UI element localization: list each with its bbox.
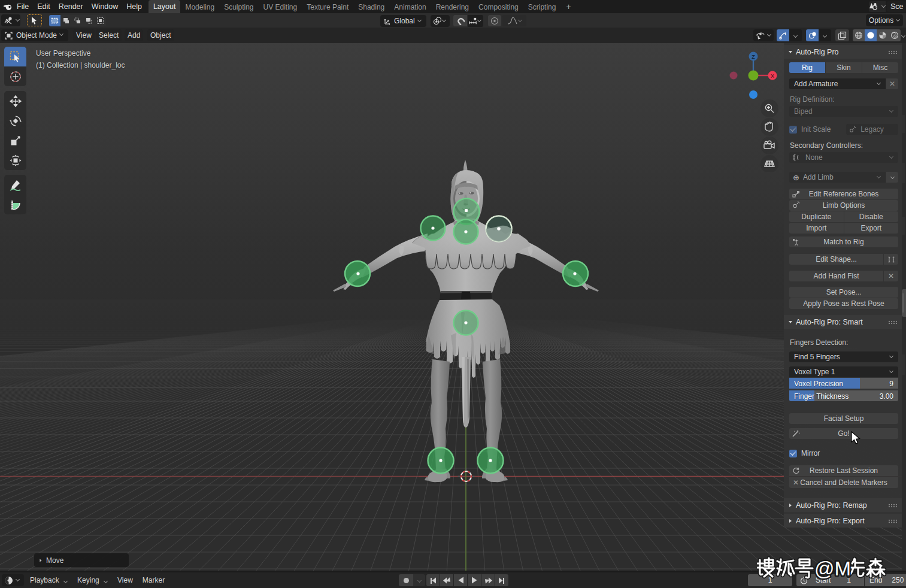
- svg-text:Z: Z: [752, 54, 755, 60]
- svg-text:X: X: [771, 73, 774, 79]
- svg-text:@M: @M: [814, 557, 851, 580]
